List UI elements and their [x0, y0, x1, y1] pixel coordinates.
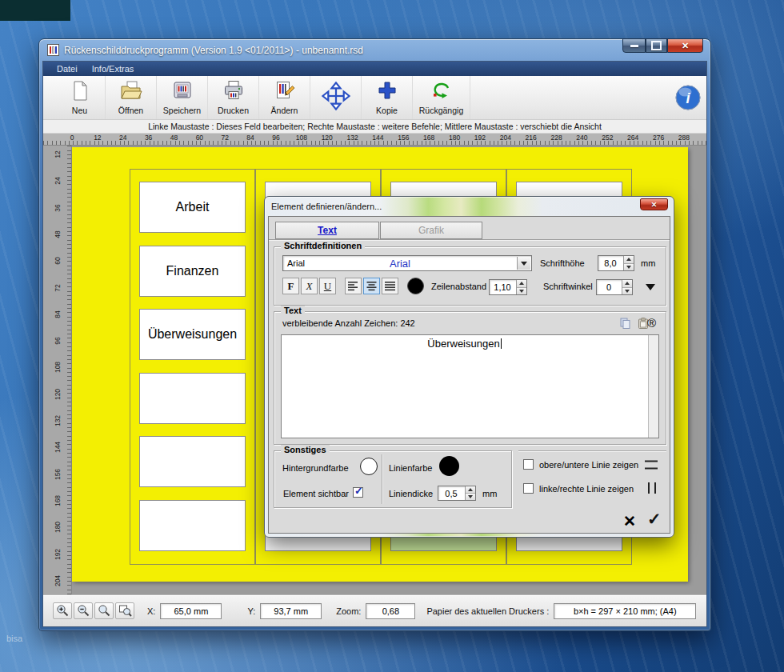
- menu-item-datei[interactable]: Datei: [50, 63, 85, 74]
- spinner-buttons: [623, 256, 634, 270]
- spinner-down-icon[interactable]: [622, 287, 632, 295]
- line-color-swatch[interactable]: [439, 456, 459, 476]
- font-dropdown-button[interactable]: [517, 257, 530, 270]
- label-cell[interactable]: [139, 500, 246, 551]
- toolbar-button-move-view[interactable]: [310, 76, 362, 119]
- toolbar-button-rueckgaengig[interactable]: Rückgängig: [413, 76, 470, 119]
- dialog-title: Element definieren/ändern...: [271, 202, 382, 211]
- cancel-button[interactable]: ✕: [623, 512, 636, 530]
- schriftwinkel-label: Schriftwinkel: [543, 282, 593, 291]
- spinner-up-icon[interactable]: [624, 256, 634, 263]
- toolbar-button-label: Speichern: [163, 106, 201, 115]
- bold-button[interactable]: F: [282, 278, 299, 294]
- ruler-number: 0: [70, 134, 74, 142]
- zeilenabstand-label: Zeilenabstand: [431, 282, 486, 291]
- toolbar-button-oeffnen[interactable]: Öffnen: [106, 76, 157, 119]
- editor-scrollbar[interactable]: [648, 335, 658, 438]
- spinner-down-icon[interactable]: [466, 493, 475, 500]
- label-cell[interactable]: Überweisungen: [139, 309, 246, 360]
- text-editor[interactable]: Überweisungen: [281, 334, 659, 438]
- label-cell[interactable]: Finanzen: [139, 246, 246, 297]
- zoom-out-button[interactable]: [74, 602, 93, 619]
- element-sichtbar-checkbox[interactable]: [353, 487, 363, 498]
- minimize-button[interactable]: [622, 38, 646, 53]
- toolbar-button-aendern[interactable]: Ändern: [259, 76, 310, 119]
- zoom-in-button[interactable]: [53, 602, 72, 619]
- spinner-up-icon[interactable]: [466, 486, 475, 493]
- ruler-number: 12: [54, 146, 62, 163]
- font-select[interactable]: Arial Arial: [282, 255, 532, 271]
- spinner-buttons: [465, 486, 475, 500]
- toolbar-button-label: Drucken: [218, 106, 249, 115]
- desktop-dark-corner: [0, 0, 70, 21]
- zoom-page-button[interactable]: [115, 602, 134, 619]
- left-right-line-label: linke/rechte Linie zeigen: [539, 484, 634, 494]
- align-center-button[interactable]: [363, 278, 380, 294]
- ruler-number: 96: [54, 332, 62, 350]
- label-cell[interactable]: Arbeit: [139, 182, 246, 233]
- spinner-buttons: [516, 280, 526, 294]
- info-button[interactable]: i: [674, 84, 702, 111]
- tab-text[interactable]: Text: [275, 222, 379, 239]
- options-divider: [518, 450, 666, 452]
- toolbar-button-kopie[interactable]: Kopie: [362, 76, 413, 119]
- ruler-number: 60: [54, 252, 62, 270]
- ruler-number: 60: [196, 134, 203, 142]
- spinner-down-icon[interactable]: [517, 287, 526, 295]
- align-left-button[interactable]: [345, 278, 362, 294]
- tab-grafik[interactable]: Grafik: [380, 222, 482, 239]
- schriftwinkel-spinner[interactable]: 0: [596, 279, 633, 295]
- schrifthoehe-value: 8,0: [598, 256, 622, 270]
- dialog-titlebar[interactable]: Element definieren/ändern...: [265, 197, 674, 216]
- underline-button[interactable]: U: [319, 278, 336, 294]
- dialog-close-button[interactable]: ✕: [640, 198, 668, 210]
- label-cell[interactable]: [139, 436, 246, 487]
- schrifthoehe-spinner[interactable]: 8,0: [598, 255, 634, 271]
- zoom-fit-button[interactable]: [94, 602, 114, 619]
- window-title: Rückenschilddruckprogramm (Version 1.9 <…: [64, 45, 363, 56]
- group-label: Schriftdefinitionen: [281, 241, 365, 250]
- window-titlebar[interactable]: Rückenschilddruckprogramm (Version 1.9 <…: [39, 39, 710, 61]
- left-right-line-checkbox[interactable]: [523, 483, 534, 494]
- spinner-up-icon[interactable]: [517, 280, 526, 287]
- text-caret: [501, 338, 502, 349]
- background-color-swatch[interactable]: [360, 458, 378, 475]
- menu-item-info-extras[interactable]: Info/Extras: [85, 63, 142, 74]
- font-select-preview: Arial: [283, 258, 517, 270]
- italic-button[interactable]: X: [301, 278, 318, 294]
- ruler-horizontal: 0122436486072849610812013214415616818019…: [43, 134, 706, 146]
- top-bottom-line-checkbox[interactable]: [523, 459, 534, 470]
- toolbar-button-label: Neu: [72, 106, 87, 115]
- spinner-up-icon[interactable]: [622, 280, 632, 287]
- align-justify-button[interactable]: [382, 278, 398, 294]
- ruler-number: 72: [54, 279, 62, 297]
- close-button[interactable]: [667, 38, 703, 53]
- print-icon: [222, 80, 245, 105]
- label-cell[interactable]: [139, 373, 246, 424]
- ruler-number: 108: [54, 358, 62, 376]
- toolbar-button-speichern[interactable]: Speichern: [157, 76, 208, 119]
- font-color-swatch[interactable]: [407, 278, 424, 294]
- toolbar-button-neu[interactable]: Neu: [54, 76, 106, 119]
- registered-symbol[interactable]: ®: [647, 316, 656, 330]
- liniendicke-spinner[interactable]: 0,5: [438, 486, 476, 501]
- spinner-down-icon[interactable]: [624, 263, 634, 271]
- ruler-number: 132: [54, 412, 62, 430]
- toolbar-button-drucken[interactable]: Drucken: [208, 76, 259, 119]
- menubar: Datei Info/Extras: [43, 62, 706, 76]
- ok-button[interactable]: ✓: [647, 510, 662, 529]
- y-field: 93,7 mm: [260, 603, 322, 619]
- schriftwinkel-dropdown-icon[interactable]: [646, 284, 655, 295]
- ruler-number: 264: [627, 134, 638, 142]
- info-icon: i: [674, 100, 702, 114]
- ruler-number: 252: [602, 134, 613, 142]
- element-sichtbar-label: Element sichtbar: [283, 489, 349, 498]
- window-controls: [622, 38, 703, 53]
- ruler-number: 180: [449, 134, 460, 142]
- maximize-button[interactable]: [646, 38, 667, 53]
- zeilenabstand-spinner[interactable]: 1,10: [489, 279, 527, 295]
- top-bottom-line-label: obere/untere Linie zeigen: [539, 460, 638, 470]
- liniendicke-label: Liniendicke: [389, 489, 433, 498]
- schrifthoehe-unit: mm: [641, 258, 655, 268]
- paper-field: b×h = 297 × 210 mm; (A4): [554, 603, 696, 619]
